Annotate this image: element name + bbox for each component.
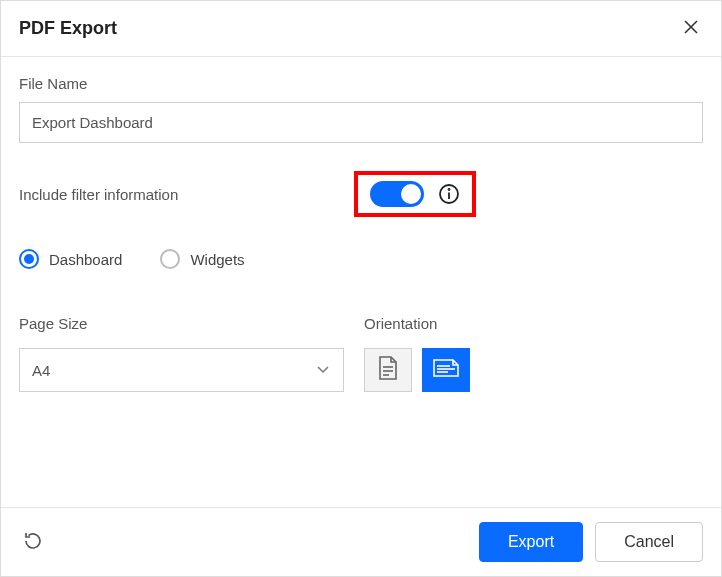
dialog-header: PDF Export xyxy=(1,1,721,57)
filter-row: Include filter information xyxy=(19,171,703,217)
info-icon[interactable] xyxy=(438,183,460,205)
svg-point-3 xyxy=(449,189,450,190)
dialog-footer: Export Cancel xyxy=(1,507,721,576)
pdf-export-dialog: PDF Export File Name Include filter info… xyxy=(0,0,722,577)
export-button[interactable]: Export xyxy=(479,522,583,562)
orientation-buttons xyxy=(364,348,703,392)
radio-button-icon xyxy=(160,249,180,269)
toggle-knob xyxy=(401,184,421,204)
radio-label: Widgets xyxy=(190,251,244,268)
document-portrait-icon xyxy=(377,355,399,385)
radio-dashboard[interactable]: Dashboard xyxy=(19,249,122,269)
dialog-title: PDF Export xyxy=(19,18,117,39)
radio-widgets[interactable]: Widgets xyxy=(160,249,244,269)
orientation-portrait-button[interactable] xyxy=(364,348,412,392)
page-size-col: Page Size A4 xyxy=(19,315,364,392)
reset-icon xyxy=(23,539,43,554)
orientation-landscape-button[interactable] xyxy=(422,348,470,392)
footer-actions: Export Cancel xyxy=(479,522,703,562)
orientation-col: Orientation xyxy=(364,315,703,392)
filename-label: File Name xyxy=(19,75,703,92)
include-filter-label: Include filter information xyxy=(19,186,354,203)
page-size-label: Page Size xyxy=(19,315,364,332)
document-landscape-icon xyxy=(432,357,460,383)
cancel-button[interactable]: Cancel xyxy=(595,522,703,562)
filename-input[interactable] xyxy=(19,102,703,143)
radio-button-icon xyxy=(19,249,39,269)
page-size-select[interactable]: A4 xyxy=(19,348,344,392)
view-mode-group: Dashboard Widgets xyxy=(19,249,703,269)
close-button[interactable] xyxy=(679,15,703,42)
orientation-label: Orientation xyxy=(364,315,703,332)
settings-row: Page Size A4 Orientation xyxy=(19,315,703,392)
page-size-value: A4 xyxy=(32,362,50,379)
reset-button[interactable] xyxy=(19,527,47,558)
include-filter-toggle[interactable] xyxy=(370,181,424,207)
chevron-down-icon xyxy=(315,361,331,380)
radio-label: Dashboard xyxy=(49,251,122,268)
close-icon xyxy=(683,23,699,38)
dialog-body: File Name Include filter information xyxy=(1,57,721,507)
highlight-annotation xyxy=(354,171,476,217)
